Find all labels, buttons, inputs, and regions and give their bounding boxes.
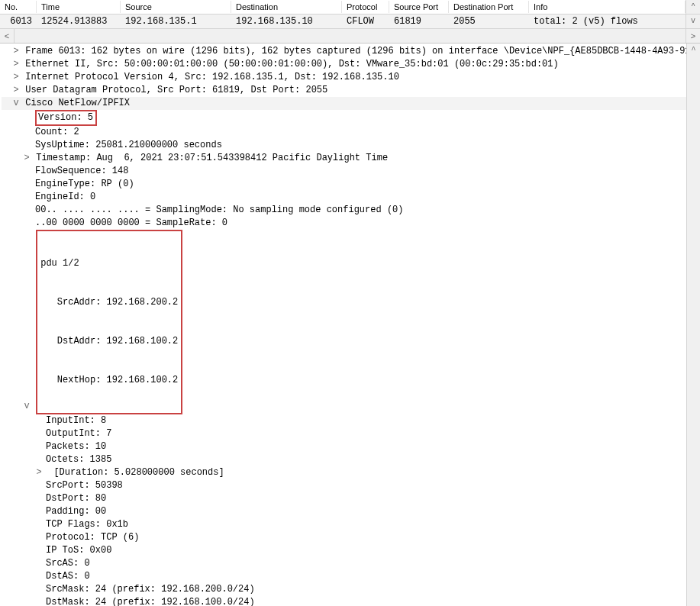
cell-time: 12524.913883 xyxy=(37,15,121,27)
pdu1-srcport[interactable]: SrcPort: 50398 xyxy=(2,479,700,492)
pdu1-protocol[interactable]: Protocol: TCP (6) xyxy=(2,531,700,544)
cell-no: 6013 xyxy=(0,15,37,27)
field-timestamp[interactable]: > Timestamp: Aug 6, 2021 23:07:51.543398… xyxy=(2,152,700,165)
packet-list-vscroll-up[interactable]: ^ xyxy=(685,0,700,14)
cell-destination-port: 2055 xyxy=(449,15,529,27)
expand-icon[interactable]: > xyxy=(23,152,31,165)
packet-details-pane[interactable]: ^ > Frame 6013: 162 bytes on wire (1296 … xyxy=(0,44,700,606)
pdu1-inputint[interactable]: InputInt: 8 xyxy=(2,414,700,427)
timestamp-text: Timestamp: Aug 6, 2021 23:07:51.54339841… xyxy=(36,153,388,163)
pdu1-dstport[interactable]: DstPort: 80 xyxy=(2,492,700,505)
pdu1-srcas[interactable]: SrcAS: 0 xyxy=(2,557,700,570)
field-sysuptime[interactable]: SysUptime: 25081.210000000 seconds xyxy=(2,139,700,152)
field-flowseq[interactable]: FlowSequence: 148 xyxy=(2,165,700,178)
col-protocol[interactable]: Protocol xyxy=(342,1,389,13)
packet-list-vscroll-down[interactable]: v xyxy=(685,15,700,28)
col-info[interactable]: Info xyxy=(529,1,685,13)
packet-list-hscroll[interactable]: < > xyxy=(0,28,700,43)
pdu1-nexthop: NextHop: 192.168.100.2 xyxy=(57,375,178,385)
cell-source-port: 61819 xyxy=(389,15,449,27)
version-text: Version: 5 xyxy=(38,112,93,123)
col-destination[interactable]: Destination xyxy=(231,1,342,13)
collapse-icon[interactable]: v xyxy=(23,400,31,413)
cell-info: total: 2 (v5) flows xyxy=(529,15,685,27)
field-engineid[interactable]: EngineId: 0 xyxy=(2,191,700,204)
field-enginetype[interactable]: EngineType: RP (0) xyxy=(2,178,700,191)
field-sampmode[interactable]: 00.. .... .... .... = SamplingMode: No s… xyxy=(2,204,700,217)
tree-cflow-text: Cisco NetFlow/IPFIX xyxy=(25,98,130,108)
pdu1-tcpflags[interactable]: TCP Flags: 0x1b xyxy=(2,518,700,531)
highlight-pdu1: pdu 1/2 SrcAddr: 192.168.200.2 DstAddr: … xyxy=(36,230,182,414)
col-destination-port[interactable]: Destination Port xyxy=(449,1,529,13)
pdu1-dstaddr: DstAddr: 192.168.100.2 xyxy=(57,336,178,347)
pdu1-label-text: pdu 1/2 xyxy=(40,258,79,269)
hscroll-left-icon[interactable]: < xyxy=(0,29,15,43)
hscroll-right-icon[interactable]: > xyxy=(685,29,700,43)
pdu1-dstmask[interactable]: DstMask: 24 (prefix: 192.168.100.0/24) xyxy=(2,596,700,606)
tree-cflow[interactable]: v Cisco NetFlow/IPFIX xyxy=(2,97,700,110)
highlight-version: Version: 5 xyxy=(35,110,97,126)
packet-list-header: No. Time Source Destination Protocol Sou… xyxy=(0,0,700,15)
expand-icon[interactable]: > xyxy=(12,45,20,58)
tree-ip[interactable]: > Internet Protocol Version 4, Src: 192.… xyxy=(2,71,700,84)
pdu1-tos[interactable]: IP ToS: 0x00 xyxy=(2,544,700,557)
pdu1-dstas[interactable]: DstAS: 0 xyxy=(2,570,700,583)
tree-ip-text: Internet Protocol Version 4, Src: 192.16… xyxy=(25,72,399,82)
pdu1-padding[interactable]: Padding: 00 xyxy=(2,505,700,518)
collapse-icon[interactable]: v xyxy=(12,97,20,110)
tree-frame[interactable]: > Frame 6013: 162 bytes on wire (1296 bi… xyxy=(2,45,700,58)
pdu1-srcmask[interactable]: SrcMask: 24 (prefix: 192.168.200.0/24) xyxy=(2,583,700,596)
pdu1-octets[interactable]: Octets: 1385 xyxy=(2,453,700,466)
pdu1-outputint[interactable]: OutputInt: 7 xyxy=(2,427,700,440)
col-source-port[interactable]: Source Port xyxy=(389,1,449,13)
tree-ethernet[interactable]: > Ethernet II, Src: 50:00:00:01:00:00 (5… xyxy=(2,58,700,71)
col-time[interactable]: Time xyxy=(37,1,121,13)
tree-udp[interactable]: > User Datagram Protocol, Src Port: 6181… xyxy=(2,84,700,97)
cell-protocol: CFLOW xyxy=(342,15,389,27)
tree-udp-text: User Datagram Protocol, Src Port: 61819,… xyxy=(25,85,327,95)
field-samprate[interactable]: ..00 0000 0000 0000 = SampleRate: 0 xyxy=(2,217,700,230)
tree-eth-text: Ethernet II, Src: 50:00:00:01:00:00 (50:… xyxy=(25,59,559,69)
details-vscroll[interactable]: ^ xyxy=(686,44,700,606)
pdu1-duration[interactable]: > [Duration: 5.028000000 seconds] xyxy=(2,466,700,479)
field-version[interactable]: Version: 5 xyxy=(2,110,700,126)
cell-source: 192.168.135.1 xyxy=(121,15,231,27)
col-source[interactable]: Source xyxy=(121,1,231,13)
expand-icon[interactable]: > xyxy=(35,466,43,479)
expand-icon[interactable]: > xyxy=(12,58,20,71)
cell-destination: 192.168.135.10 xyxy=(231,15,342,27)
expand-icon[interactable]: > xyxy=(12,71,20,84)
hscroll-track[interactable] xyxy=(15,29,685,43)
packet-list-pane: No. Time Source Destination Protocol Sou… xyxy=(0,0,700,44)
tree-frame-text: Frame 6013: 162 bytes on wire (1296 bits… xyxy=(25,46,700,56)
pdu1-packets[interactable]: Packets: 10 xyxy=(2,440,700,453)
pdu1-duration-text: [Duration: 5.028000000 seconds] xyxy=(53,467,224,478)
field-count[interactable]: Count: 2 xyxy=(2,126,700,139)
expand-icon[interactable]: > xyxy=(12,84,20,97)
pdu1-srcaddr: SrcAddr: 192.168.200.2 xyxy=(57,297,178,308)
details-vscroll-up-icon[interactable]: ^ xyxy=(687,44,700,56)
packet-row[interactable]: 6013 12524.913883 192.168.135.1 192.168.… xyxy=(0,15,700,28)
tree-pdu1[interactable]: v pdu 1/2 SrcAddr: 192.168.200.2 DstAddr… xyxy=(2,230,700,414)
col-no[interactable]: No. xyxy=(0,1,37,13)
